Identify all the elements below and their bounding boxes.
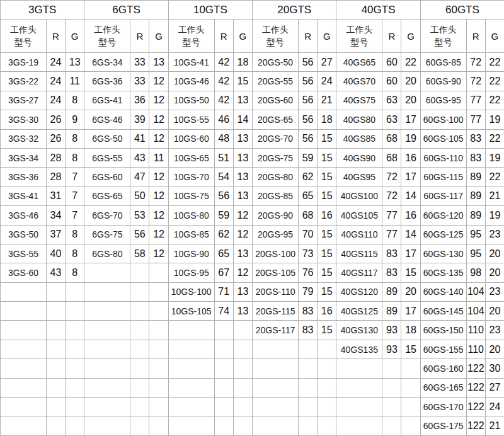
- model-cell: 3GS-55: [1, 244, 47, 263]
- g-value-cell: 7: [66, 168, 84, 186]
- model-header-line2: 型号: [169, 36, 214, 49]
- r-value-cell: 36: [130, 91, 149, 110]
- model-cell: 6GS-46: [84, 110, 130, 129]
- r-value-cell: 89: [382, 282, 401, 301]
- model-cell: 40GS110: [336, 225, 382, 244]
- g-value-cell: 14: [233, 110, 252, 129]
- r-value-cell: [214, 321, 233, 340]
- g-value-cell: 15: [318, 244, 336, 263]
- r-value-cell: 70: [299, 225, 318, 244]
- r-value-cell: 31: [47, 186, 66, 205]
- model-cell: [84, 302, 130, 321]
- g-value-cell: 8: [66, 148, 84, 167]
- group-title-3gts: 3GTS: [1, 1, 84, 20]
- g-value-cell: 16: [318, 206, 336, 225]
- model-column-header: 工作头型号: [253, 20, 299, 53]
- model-cell: 20GS-110: [253, 282, 299, 301]
- model-cell: 10GS-41: [168, 53, 214, 72]
- g-value-cell: 13: [233, 186, 252, 205]
- r-value-cell: 122: [466, 416, 485, 436]
- model-cell: [336, 359, 382, 378]
- model-cell: 60GS-90: [420, 72, 466, 91]
- r-value-cell: 43: [130, 148, 149, 167]
- g-column-header: G: [233, 20, 252, 53]
- model-cell: [336, 398, 382, 416]
- r-value-cell: 71: [214, 282, 233, 301]
- r-value-cell: [130, 321, 149, 340]
- g-value-cell: 12: [149, 129, 168, 148]
- g-value-cell: 15: [318, 263, 336, 282]
- r-value-cell: 74: [214, 302, 233, 321]
- g-value-cell: [318, 378, 336, 397]
- g-value-cell: 9: [66, 110, 84, 129]
- model-cell: 6GS-75: [84, 225, 130, 244]
- g-value-cell: 23: [485, 282, 504, 301]
- r-value-cell: [299, 359, 318, 378]
- r-column-header: R: [214, 20, 233, 53]
- model-cell: 60GS-130: [420, 244, 466, 263]
- r-value-cell: 83: [466, 148, 485, 167]
- r-value-cell: 76: [299, 263, 318, 282]
- model-cell: 40GS90: [336, 148, 382, 167]
- model-cell: [84, 378, 130, 397]
- model-header-line1: 工作头: [84, 23, 130, 36]
- g-value-cell: 12: [149, 168, 168, 186]
- r-value-cell: 56: [299, 110, 318, 129]
- model-cell: 60GS-160: [420, 359, 466, 378]
- g-value-cell: 15: [401, 340, 420, 359]
- g-value-cell: 13: [66, 53, 84, 72]
- r-value-cell: 72: [466, 72, 485, 91]
- r-value-cell: 104: [466, 282, 485, 301]
- table-body: 3GS-1924136GS-34331310GS-41421820GS-5056…: [1, 53, 504, 436]
- r-value-cell: 48: [214, 129, 233, 148]
- table-row: 40GS135931560GS-15511020: [1, 340, 504, 359]
- r-value-cell: [214, 359, 233, 378]
- model-cell: [84, 263, 130, 282]
- r-value-cell: 40: [47, 244, 66, 263]
- r-column-header: R: [130, 20, 149, 53]
- model-cell: [336, 378, 382, 397]
- model-cell: 3GS-22: [1, 72, 47, 91]
- g-value-cell: 15: [233, 72, 252, 91]
- model-cell: 20GS-115: [253, 302, 299, 321]
- g-value-cell: 21: [485, 186, 504, 205]
- r-value-cell: [47, 340, 66, 359]
- g-value-cell: 15: [318, 282, 336, 301]
- r-value-cell: 33: [130, 72, 149, 91]
- r-value-cell: 110: [466, 321, 485, 340]
- g-value-cell: 13: [233, 148, 252, 167]
- r-value-cell: 53: [130, 206, 149, 225]
- g-value-cell: 30: [485, 359, 504, 378]
- g-value-cell: 12: [149, 206, 168, 225]
- r-value-cell: 68: [382, 129, 401, 148]
- table-row: 3GS-463476GS-70531210GS-80591220GS-90681…: [1, 206, 504, 225]
- model-cell: 40GS65: [336, 53, 382, 72]
- g-value-cell: [66, 340, 84, 359]
- model-cell: 3GS-46: [1, 206, 47, 225]
- g-value-cell: 20: [401, 72, 420, 91]
- g-value-cell: [66, 359, 84, 378]
- r-value-cell: 122: [466, 378, 485, 397]
- r-value-cell: 110: [466, 340, 485, 359]
- g-value-cell: 22: [485, 53, 504, 72]
- model-cell: 20GS-100: [253, 244, 299, 263]
- model-cell: 10GS-85: [168, 225, 214, 244]
- model-cell: [84, 416, 130, 436]
- model-column-header: 工作头型号: [168, 20, 214, 53]
- r-value-cell: [130, 340, 149, 359]
- g-value-cell: [233, 340, 252, 359]
- r-value-cell: 58: [130, 244, 149, 263]
- r-value-cell: 79: [299, 282, 318, 301]
- r-value-cell: 26: [47, 110, 66, 129]
- r-value-cell: [299, 398, 318, 416]
- model-cell: 3GS-36: [1, 168, 47, 186]
- r-value-cell: 89: [466, 186, 485, 205]
- model-cell: 3GS-27: [1, 91, 47, 110]
- model-cell: 40GS125: [336, 302, 382, 321]
- table-row: 10GS-105741320GS-115831640GS125891760GS-…: [1, 302, 504, 321]
- r-value-cell: [130, 416, 149, 436]
- r-value-cell: 34: [47, 206, 66, 225]
- model-cell: 6GS-60: [84, 168, 130, 186]
- r-value-cell: 73: [299, 244, 318, 263]
- model-column-header: 工作头型号: [336, 20, 382, 53]
